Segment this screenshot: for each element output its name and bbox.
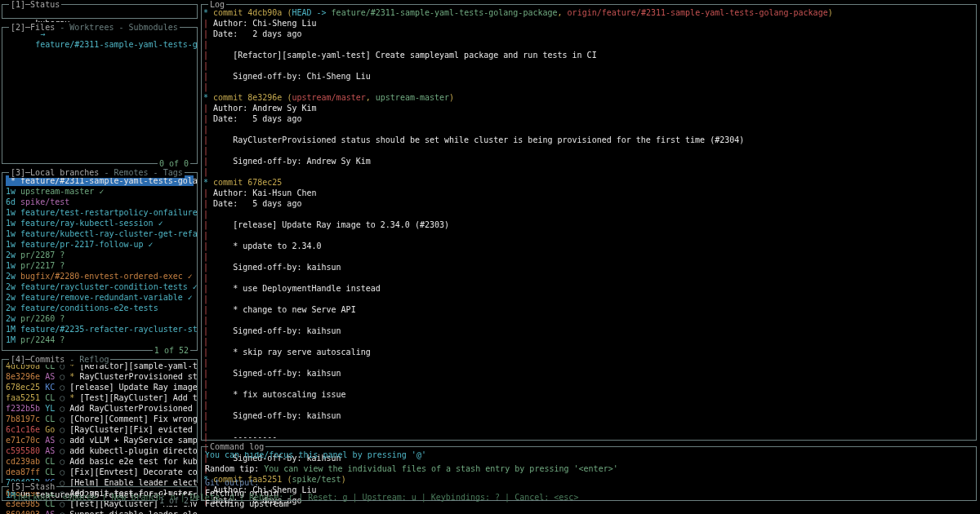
log-line: | * fix autoscaling issue xyxy=(203,389,973,400)
commit-row[interactable]: cd239ab CL ○ Add basic e2e test for kube… xyxy=(6,456,194,467)
bottom-bar: Checkout: <space> | New branch: n | Dele… xyxy=(0,481,980,514)
branch-item[interactable]: 1w feature/pr-2217-follow-up ✓ xyxy=(6,239,194,250)
log-line: | Date: 5 days ago xyxy=(203,113,973,124)
log-line: | Author: Kai-Hsun Chen xyxy=(203,188,973,198)
log-title: Log xyxy=(210,0,225,9)
log-line: | xyxy=(203,60,973,71)
branch-item[interactable]: 1M feature/#2235-refacter-raycluster-sta… xyxy=(6,324,194,335)
commit-row[interactable]: 7b8197c CL ○ [Chore][Comment] Fix wrong … xyxy=(6,414,194,424)
log-line: | Date: 5 days ago xyxy=(203,198,973,209)
log-line: | xyxy=(203,82,973,92)
log-line: | Signed-off-by: kaihsun xyxy=(203,262,973,273)
log-panel[interactable]: Log * commit 4dcb90a (HEAD -> feature/#2… xyxy=(201,4,977,441)
log-line: | RayClusterProvisioned status should be… xyxy=(203,135,973,145)
log-line: | xyxy=(203,39,973,50)
log-line: | Author: Andrew Sy Kim xyxy=(203,103,973,113)
log-line: | Signed-off-by: Chi-Sheng Liu xyxy=(203,71,973,82)
log-line: * commit 8e3296e (upstream/master, upstr… xyxy=(203,92,973,103)
branch-item[interactable]: 1w feature/ray-kubectl-session ✓ xyxy=(6,218,194,228)
log-line: | xyxy=(203,315,973,326)
log-line: | xyxy=(203,421,973,432)
files-subtabs: - Worktrees - Submodules xyxy=(55,23,178,32)
commits-subtabs: - Reflog xyxy=(65,355,109,364)
branch-item[interactable]: 1w pr/2217 ? xyxy=(6,260,194,271)
log-line: | xyxy=(203,273,973,283)
log-line: | Signed-off-by: kaihsun xyxy=(203,368,973,379)
commit-row[interactable]: dea87ff CL ○ [Fix][Envtest] Decorate con… xyxy=(6,467,194,477)
branch-item[interactable]: 2w feature/raycluster-condition-tests ✓ xyxy=(6,281,194,292)
branch-item[interactable]: 1w feature/kubectl-ray-cluster-get-refac… xyxy=(6,228,194,239)
status-panel[interactable]: [1]─Status kuberay → feature/#2311-sampl… xyxy=(2,4,198,19)
log-line: | xyxy=(203,124,973,135)
log-line: | xyxy=(203,251,973,262)
commit-row[interactable]: 8e3296e AS ○ * RayClusterProvisioned sta… xyxy=(6,371,194,382)
cmdlog-title: Command log xyxy=(210,442,264,451)
log-line: | [release] Update Ray image to 2.34.0 (… xyxy=(203,219,973,230)
log-line: | xyxy=(203,166,973,177)
cmdlog-hide-hint: You can hide/focus this panel by pressin… xyxy=(205,450,973,460)
log-line: | Signed-off-by: Andrew Sy Kim xyxy=(203,156,973,166)
status-title: [1]─Status xyxy=(11,0,60,9)
files-panel[interactable]: [2]─Files - Worktrees - Submodules 0 of … xyxy=(2,27,198,164)
branch-item[interactable]: 1w upstream-master ✓ xyxy=(6,186,194,197)
branch-item[interactable]: 2w bugfix/#2280-envtest-ordered-exec ✓ xyxy=(6,271,194,281)
branch-item[interactable]: 2w feature/remove-redundant-variable ✓ xyxy=(6,292,194,303)
log-line: | xyxy=(203,336,973,347)
log-line: | * use DeploymentHandle instead xyxy=(203,283,973,294)
log-line: * commit 678ec25 xyxy=(203,177,973,188)
log-line: * commit 4dcb90a (HEAD -> feature/#2311-… xyxy=(203,7,973,18)
log-content[interactable]: * commit 4dcb90a (HEAD -> feature/#2311-… xyxy=(202,5,976,508)
commit-row[interactable]: e71c70c AS ○ add vLLM + RayService sampl… xyxy=(6,435,194,445)
branch-item[interactable]: 2w feature/conditions-e2e-tests xyxy=(6,303,194,313)
log-line: | xyxy=(203,400,973,410)
commit-row[interactable]: faa5251 CL ○ * [Test][RayCluster] Add te… xyxy=(6,392,194,403)
tip-text: You can view the individual files of a s… xyxy=(264,464,617,473)
branch-item[interactable]: 1M pr/2244 ? xyxy=(6,335,194,345)
log-line: | xyxy=(203,230,973,241)
branch-item[interactable]: 2w pr/2260 ? xyxy=(6,313,194,324)
log-line: | [Refactor][sample-yaml-test] Create sa… xyxy=(203,50,973,60)
commit-row[interactable]: 6c1c16e Go ○ [RayCluster][Fix] evicted h… xyxy=(6,424,194,435)
branches-subtabs: - Remotes - Tags xyxy=(99,168,182,177)
branch-item[interactable]: 6d spike/test xyxy=(6,197,194,207)
log-line: | --------- xyxy=(203,432,973,442)
files-title: [2]─Files xyxy=(11,23,55,32)
log-line: | xyxy=(203,294,973,304)
commit-row[interactable]: f232b5b YL ○ Add RayClusterProvisioned C… xyxy=(6,403,194,414)
commits-title: [4]─Commits xyxy=(11,355,65,364)
commit-row[interactable]: c595580 AS ○ add kubectl-plugin director… xyxy=(6,445,194,456)
branches-footer: 1 of 52 xyxy=(153,345,190,356)
log-line: | xyxy=(203,379,973,389)
branch-item[interactable]: 1w feature/test-restartpolicy-onfailure xyxy=(6,207,194,218)
log-line: | * skip ray serve autoscaling xyxy=(203,347,973,357)
log-line: | xyxy=(203,145,973,156)
log-line: | xyxy=(203,209,973,219)
tip-label: Random tip: xyxy=(205,464,264,473)
log-line: | * update to 2.34.0 xyxy=(203,241,973,251)
branches-content: * feature/#2311-sample-yaml-tests-golang… xyxy=(2,173,197,348)
commit-row[interactable]: 678ec25 KC ○ [release] Update Ray image … xyxy=(6,382,194,392)
keybindings-hint: Checkout: <space> | New branch: n | Dele… xyxy=(13,493,578,502)
branches-title: [3]─Local branches xyxy=(11,168,99,177)
log-line: | Date: 2 days ago xyxy=(203,29,973,39)
log-line: | Author: Chi-Sheng Liu xyxy=(203,18,973,29)
log-line: | Signed-off-by: kaihsun xyxy=(203,410,973,421)
branch-item[interactable]: 2w pr/2287 ? xyxy=(6,250,194,260)
log-line: | xyxy=(203,357,973,368)
log-line: | Signed-off-by: kaihsun xyxy=(203,326,973,336)
log-line: | * change to new Serve API xyxy=(203,304,973,315)
commits-panel[interactable]: [4]─Commits - Reflog 4dcb90a CL ○ * [Ref… xyxy=(2,359,198,483)
branches-panel[interactable]: [3]─Local branches - Remotes - Tags * fe… xyxy=(2,172,198,351)
